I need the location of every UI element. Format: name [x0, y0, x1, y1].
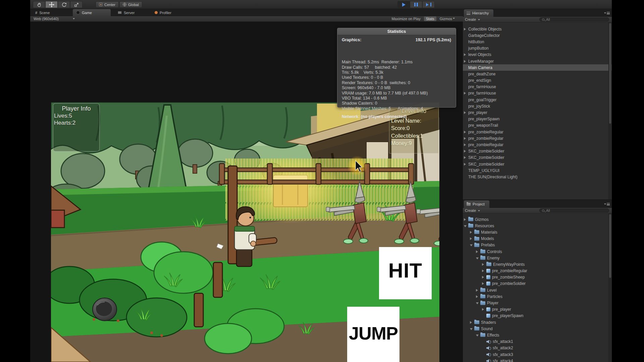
- expand-arrow-icon[interactable]: [464, 225, 468, 227]
- tab-server[interactable]: Server: [114, 9, 151, 16]
- hand-tool-button[interactable]: [33, 1, 45, 8]
- project-item[interactable]: sfx_attack1: [463, 339, 612, 345]
- project-item[interactable]: Sound: [463, 325, 612, 332]
- project-item[interactable]: Gizmos: [463, 216, 612, 223]
- jump-button[interactable]: JUMP: [347, 307, 399, 362]
- expand-arrow-icon[interactable]: [476, 334, 480, 337]
- project-create-button[interactable]: Create: [465, 208, 480, 213]
- expand-arrow-icon[interactable]: [470, 244, 474, 246]
- project-item[interactable]: sfx_attack2: [463, 345, 612, 351]
- expand-arrow-icon[interactable]: [464, 34, 468, 37]
- tab-game[interactable]: Game: [73, 9, 111, 16]
- hierarchy-item[interactable]: pre_goalTrigger: [463, 97, 612, 103]
- expand-arrow-icon[interactable]: [482, 308, 486, 311]
- project-item[interactable]: Materials: [463, 229, 612, 235]
- project-item[interactable]: Shaders: [463, 319, 612, 325]
- expand-arrow-icon[interactable]: [482, 282, 486, 285]
- expand-arrow-icon[interactable]: [482, 353, 486, 356]
- gizmos-dropdown[interactable]: Gizmos: [440, 17, 455, 21]
- project-item[interactable]: Effects: [463, 332, 612, 338]
- expand-arrow-icon[interactable]: [476, 302, 480, 304]
- expand-arrow-icon[interactable]: [464, 118, 468, 120]
- rotate-tool-button[interactable]: [58, 1, 70, 8]
- expand-arrow-icon[interactable]: [464, 41, 468, 43]
- project-item[interactable]: pre_player: [463, 306, 612, 313]
- hierarchy-item[interactable]: pre_zombieRegular: [463, 141, 612, 148]
- move-tool-button[interactable]: [45, 1, 58, 8]
- expand-arrow-icon[interactable]: [482, 263, 486, 266]
- hierarchy-item[interactable]: pre_zombieRegular: [463, 135, 612, 141]
- hierarchy-item[interactable]: pre_farmHouse: [463, 84, 612, 90]
- hierarchy-item[interactable]: pre_player: [463, 109, 612, 116]
- expand-arrow-icon[interactable]: [464, 143, 468, 146]
- expand-arrow-icon[interactable]: [464, 105, 468, 108]
- expand-arrow-icon[interactable]: [476, 289, 480, 292]
- hierarchy-create-button[interactable]: Create: [465, 17, 480, 21]
- project-tab[interactable]: Project: [464, 200, 489, 208]
- expand-arrow-icon[interactable]: [464, 150, 468, 153]
- expand-arrow-icon[interactable]: [464, 169, 468, 172]
- expand-arrow-icon[interactable]: [464, 60, 468, 63]
- project-item[interactable]: Enemy: [463, 255, 612, 261]
- hierarchy-item[interactable]: pre_playerSpawn: [463, 116, 612, 122]
- expand-arrow-icon[interactable]: [464, 47, 468, 50]
- expand-arrow-icon[interactable]: [464, 131, 468, 133]
- pivot-mode-button[interactable]: Center: [96, 1, 119, 8]
- hierarchy-item[interactable]: pre_weaponTrail: [463, 122, 612, 129]
- expand-arrow-icon[interactable]: [470, 237, 474, 240]
- expand-arrow-icon[interactable]: [470, 321, 474, 324]
- hierarchy-item[interactable]: pre_endSign: [463, 77, 612, 84]
- expand-arrow-icon[interactable]: [464, 156, 468, 159]
- expand-arrow-icon[interactable]: [464, 176, 468, 178]
- expand-arrow-icon[interactable]: [464, 218, 468, 221]
- project-item[interactable]: Resources: [463, 223, 612, 229]
- expand-arrow-icon[interactable]: [476, 250, 480, 253]
- expand-arrow-icon[interactable]: [464, 92, 468, 95]
- expand-arrow-icon[interactable]: [464, 28, 468, 31]
- project-item[interactable]: sfx_attack4: [463, 358, 612, 362]
- project-item[interactable]: EnemyWayPoints: [463, 261, 612, 267]
- project-item[interactable]: Controls: [463, 248, 612, 255]
- hierarchy-search-input[interactable]: All: [539, 17, 609, 21]
- hierarchy-item[interactable]: Main Camera: [463, 64, 612, 71]
- scrollbar-thumb[interactable]: [609, 23, 611, 124]
- pause-button[interactable]: [410, 1, 422, 8]
- hierarchy-item[interactable]: SKC_zombieSoldier: [463, 161, 612, 167]
- tab-profiler[interactable]: Profiler: [151, 9, 186, 16]
- expand-arrow-icon[interactable]: [464, 137, 468, 140]
- hit-button[interactable]: HIT: [379, 247, 432, 299]
- expand-arrow-icon[interactable]: [464, 124, 468, 127]
- hierarchy-item[interactable]: pre_farmHouse: [463, 90, 612, 97]
- expand-arrow-icon[interactable]: [470, 327, 474, 330]
- hierarchy-scrollbar[interactable]: [608, 22, 611, 199]
- expand-arrow-icon[interactable]: [482, 347, 486, 349]
- expand-arrow-icon[interactable]: [482, 269, 486, 272]
- stats-toggle[interactable]: Stats: [424, 16, 436, 21]
- project-item[interactable]: pre_zombieSoldier: [463, 281, 612, 287]
- hierarchy-item[interactable]: LevelManager: [463, 58, 612, 64]
- project-item[interactable]: pre_zombieSheep: [463, 274, 612, 281]
- hierarchy-item[interactable]: TEMP_UGLYGUI: [463, 167, 612, 174]
- hierarchy-panel-menu-icon[interactable]: [604, 12, 610, 15]
- hierarchy-item[interactable]: level Objects: [463, 52, 612, 58]
- project-scrollbar[interactable]: [608, 214, 611, 362]
- project-item[interactable]: sfx_attack3: [463, 351, 612, 358]
- expand-arrow-icon[interactable]: [464, 73, 468, 75]
- project-item[interactable]: Particles: [463, 293, 612, 300]
- hierarchy-item[interactable]: GarbageCollector: [463, 32, 612, 39]
- step-button[interactable]: [422, 1, 435, 8]
- expand-arrow-icon[interactable]: [464, 53, 468, 56]
- expand-arrow-icon[interactable]: [464, 85, 468, 88]
- expand-arrow-icon[interactable]: [464, 66, 468, 69]
- expand-arrow-icon[interactable]: [476, 257, 480, 259]
- hierarchy-item[interactable]: THE SUN(Directional Light): [463, 174, 612, 180]
- hierarchy-item[interactable]: SKC_zombieSoldier: [463, 155, 612, 161]
- project-item[interactable]: pre_zombieRegular: [463, 268, 612, 274]
- project-item[interactable]: Level: [463, 287, 612, 293]
- scale-tool-button[interactable]: [70, 1, 83, 8]
- expand-arrow-icon[interactable]: [464, 163, 468, 166]
- expand-arrow-icon[interactable]: [464, 79, 468, 82]
- hierarchy-item[interactable]: pre_deathZone: [463, 71, 612, 77]
- project-item[interactable]: pre_playerSpawn: [463, 313, 612, 319]
- hierarchy-item[interactable]: Collectible Objects: [463, 26, 612, 32]
